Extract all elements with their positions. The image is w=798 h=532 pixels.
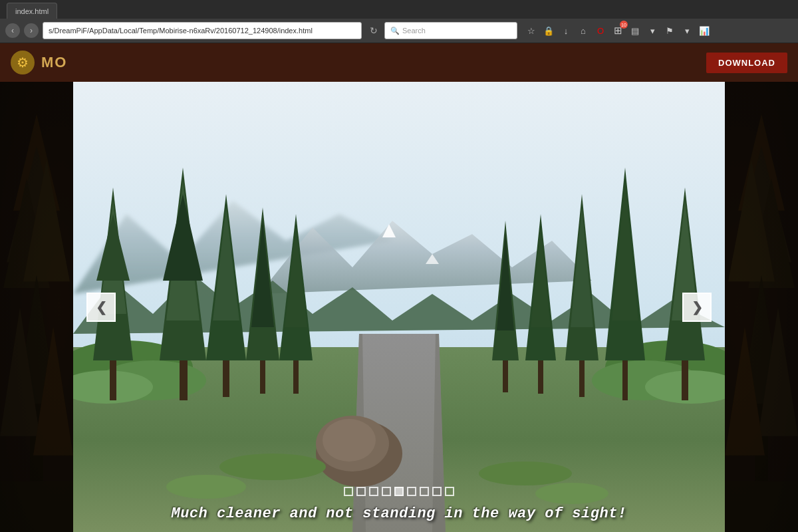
svg-point-72	[166, 475, 246, 499]
browser-content: ⚙ MO DOWNLOAD	[0, 43, 798, 532]
slide-indicator-8[interactable]	[432, 487, 442, 496]
forward-button[interactable]: ›	[24, 23, 39, 38]
slide-indicator-6[interactable]	[407, 487, 416, 496]
app-name: MO	[41, 54, 67, 71]
browser-tab[interactable]: index.html	[7, 3, 57, 19]
extra-icon[interactable]: ⚑	[662, 23, 677, 38]
slideshow-container: ❮ ❯ Much cleaner and not standing in the…	[73, 82, 725, 532]
more-icon[interactable]: ▾	[680, 23, 694, 38]
slide-indicator-3[interactable]	[369, 487, 378, 496]
address-text: s/DreamPiF/AppData/Local/Temp/Mobirise-n…	[49, 27, 313, 35]
menu-icon[interactable]: ▤	[628, 23, 642, 38]
badge-count: 10	[620, 21, 628, 29]
side-panel-left	[0, 82, 73, 532]
browser-tabs: index.html	[0, 0, 798, 19]
slide-indicators	[344, 487, 454, 496]
app-logo: ⚙ MO	[11, 51, 67, 74]
chevron-down-icon[interactable]: ▾	[645, 23, 660, 38]
slide-image	[73, 82, 725, 532]
back-icon: ‹	[11, 26, 14, 35]
next-icon: ❯	[692, 299, 703, 315]
svg-rect-43	[180, 360, 188, 400]
svg-rect-46	[223, 360, 229, 397]
extensions-icon[interactable]: ⊞ 10	[610, 23, 625, 38]
svg-point-73	[479, 462, 572, 485]
slide-indicator-9[interactable]	[445, 487, 454, 496]
prev-icon: ❮	[96, 299, 107, 315]
svg-rect-49	[260, 360, 265, 394]
side-panel-right	[725, 82, 798, 532]
svg-point-70	[323, 419, 376, 462]
pulse-icon[interactable]: 📊	[697, 23, 712, 38]
reload-icon: ↻	[370, 25, 378, 36]
back-button[interactable]: ‹	[5, 23, 20, 38]
svg-rect-39	[110, 360, 116, 400]
bookmark-icon[interactable]: ☆	[524, 23, 539, 38]
svg-rect-55	[682, 360, 688, 400]
slider-prev-button[interactable]: ❮	[86, 293, 116, 322]
slide-indicator-2[interactable]	[356, 487, 366, 496]
address-bar[interactable]: s/DreamPiF/AppData/Local/Temp/Mobirise-n…	[43, 22, 362, 39]
slide-indicator-1[interactable]	[344, 487, 353, 496]
svg-rect-61	[579, 360, 585, 397]
lock-icon[interactable]: 🔒	[541, 23, 556, 38]
slide-indicator-5[interactable]	[394, 487, 404, 496]
home-icon[interactable]: ⌂	[576, 23, 591, 38]
search-icon: 🔍	[390, 27, 400, 35]
download-button[interactable]: DOWNLOAD	[706, 53, 787, 73]
tab-label: index.html	[15, 7, 49, 15]
search-placeholder: Search	[402, 27, 426, 35]
left-tree-silhouette	[0, 82, 73, 532]
slider-next-button[interactable]: ❯	[682, 293, 712, 322]
svg-point-74	[535, 483, 608, 504]
svg-rect-58	[622, 360, 628, 400]
slide-indicator-7[interactable]	[420, 487, 429, 496]
svg-point-71	[219, 454, 326, 480]
caption-text: Much cleaner and not standing in the way…	[171, 505, 626, 522]
right-tree-silhouette	[725, 82, 798, 532]
svg-rect-9	[0, 481, 73, 532]
svg-rect-67	[503, 360, 508, 392]
browser-toolbar: ‹ › s/DreamPiF/AppData/Local/Temp/Mobiri…	[0, 19, 798, 43]
download-icon[interactable]: ↓	[559, 23, 573, 38]
opera-icon[interactable]: O	[593, 23, 608, 38]
browser-chrome: index.html ‹ › s/DreamPiF/AppData/Local/…	[0, 0, 798, 43]
app-header: ⚙ MO DOWNLOAD	[0, 43, 798, 82]
svg-rect-19	[725, 481, 798, 532]
toolbar-icons: ☆ 🔒 ↓ ⌂ O ⊞ 10 ▤ ▾ ⚑ ▾ 📊	[524, 23, 712, 38]
reload-button[interactable]: ↻	[367, 24, 380, 37]
forward-icon: ›	[30, 26, 33, 35]
gear-icon: ⚙	[11, 51, 35, 74]
slide-caption: Much cleaner and not standing in the way…	[73, 505, 725, 522]
slide-indicator-4[interactable]	[382, 487, 391, 496]
svg-rect-52	[293, 360, 299, 394]
svg-rect-64	[538, 360, 543, 394]
search-bar[interactable]: 🔍 Search	[384, 22, 517, 39]
